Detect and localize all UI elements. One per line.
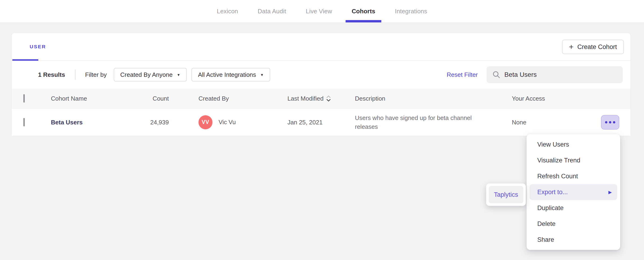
ellipsis-icon [605, 121, 607, 124]
cohort-count: 24,939 [117, 118, 169, 126]
header-count[interactable]: Count [117, 95, 169, 102]
table-header: Cohort Name Count Created By Last Modifi… [12, 89, 630, 108]
created-by-name: Vic Vu [218, 118, 236, 126]
cohort-name-link[interactable]: Beta Users [51, 118, 83, 126]
chevron-down-icon: ▼ [260, 73, 264, 77]
nav-tab-lexicon[interactable]: Lexicon [211, 0, 244, 22]
menu-item-view-users[interactable]: View Users [526, 136, 620, 152]
reset-filter-link[interactable]: Reset Filter [447, 71, 478, 78]
created-by-dropdown[interactable]: Created By Anyone ▼ [114, 68, 187, 82]
context-menu: View Users Visualize Trend Refresh Count… [526, 134, 620, 250]
divider [75, 70, 76, 80]
header-created-by[interactable]: Created By [198, 95, 229, 102]
top-nav: Lexicon Data Audit Live View Cohorts Int… [211, 0, 434, 22]
ellipsis-icon [613, 121, 615, 124]
row-actions-button[interactable] [601, 115, 619, 130]
results-count: 1 Results [38, 71, 65, 78]
nav-tab-data-audit[interactable]: Data Audit [252, 0, 292, 22]
tab-user[interactable]: USER [30, 44, 46, 50]
created-by-cell: VV Vic Vu [198, 115, 236, 129]
header-checkbox[interactable] [23, 94, 25, 103]
panel-tabs-row: USER + Create Cohort [12, 33, 630, 61]
your-access-cell: None [512, 118, 526, 126]
header-last-modified[interactable]: Last Modified [288, 94, 331, 102]
integrations-dropdown[interactable]: All Active Integrations ▼ [192, 68, 270, 82]
header-description[interactable]: Description [355, 94, 486, 103]
cohorts-panel: USER + Create Cohort 1 Results Filter by… [12, 33, 630, 136]
search-input[interactable] [504, 71, 617, 78]
menu-item-export-to[interactable]: Export to... ▶ [530, 184, 617, 200]
row-checkbox[interactable] [23, 118, 25, 126]
filter-by-label: Filter by [85, 71, 107, 78]
description-cell: Users who have signed up for beta channe… [355, 114, 486, 131]
menu-item-export-to-label: Export to... [537, 188, 568, 196]
created-by-dropdown-value: Created By Anyone [120, 71, 172, 78]
integrations-dropdown-value: All Active Integrations [198, 71, 256, 78]
header-your-access[interactable]: Your Access [512, 95, 545, 102]
menu-item-delete[interactable]: Delete [526, 216, 620, 232]
menu-item-refresh-count[interactable]: Refresh Count [526, 168, 620, 184]
table-row: Beta Users 24,939 VV Vic Vu Jan 25, 2021… [12, 108, 630, 136]
submenu-item-taplytics[interactable]: Taplytics [489, 186, 523, 203]
submenu-arrow-icon: ▶ [608, 190, 612, 195]
chevron-down-icon: ▼ [177, 73, 180, 77]
menu-item-share[interactable]: Share [526, 232, 620, 248]
nav-tab-integrations[interactable]: Integrations [389, 0, 433, 22]
export-submenu: Taplytics [486, 184, 526, 206]
avatar: VV [198, 115, 212, 129]
header-last-modified-label: Last Modified [288, 95, 324, 102]
nav-tab-cohorts[interactable]: Cohorts [346, 0, 381, 22]
top-bar: Lexicon Data Audit Live View Cohorts Int… [0, 0, 644, 23]
nav-tab-live-view[interactable]: Live View [300, 0, 338, 22]
menu-item-duplicate[interactable]: Duplicate [526, 200, 620, 216]
menu-item-visualize-trend[interactable]: Visualize Trend [526, 152, 620, 168]
filter-bar: 1 Results Filter by Created By Anyone ▼ … [12, 61, 630, 89]
sort-icon [326, 94, 331, 102]
ellipsis-icon [609, 121, 611, 124]
search-box[interactable] [486, 66, 623, 83]
last-modified-cell: Jan 25, 2021 [288, 118, 322, 126]
plus-icon: + [569, 43, 574, 51]
create-cohort-label: Create Cohort [577, 44, 617, 51]
header-cohort-name[interactable]: Cohort Name [51, 95, 87, 102]
search-icon [492, 70, 501, 79]
create-cohort-button[interactable]: + Create Cohort [562, 40, 624, 54]
